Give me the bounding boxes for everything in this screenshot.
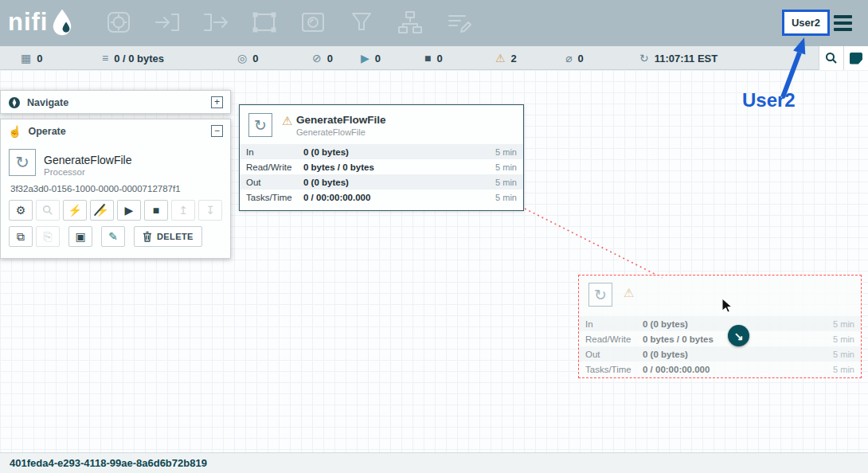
disabled-count: 0: [577, 53, 583, 64]
collapse-operate-button[interactable]: −: [211, 125, 223, 137]
processor-icon[interactable]: [104, 6, 134, 38]
stopped-indicator: ■ 0: [424, 46, 443, 70]
search-related-button[interactable]: [36, 200, 60, 221]
table-row: Out 0 (0 bytes) 5 min: [579, 346, 861, 362]
transmitting-indicator: ◎ 0: [237, 46, 258, 70]
not-transmitting-count: 0: [327, 53, 333, 64]
group-button[interactable]: ▣: [68, 226, 92, 247]
not-transmitting-indicator: ⊘ 0: [312, 46, 333, 70]
stop-icon: ■: [153, 204, 159, 217]
running-indicator: ▶ 0: [361, 46, 381, 70]
output-port-icon[interactable]: [201, 6, 231, 38]
warning-icon: ⚠: [282, 115, 292, 127]
flow-canvas[interactable]: Navigate + ☝ Operate − ↻ GenerateFlowFil…: [0, 70, 868, 452]
stat-window: 5 min: [833, 365, 854, 374]
queue-list-icon: ≡: [102, 53, 108, 64]
table-row: Tasks/Time 0 / 00:00:00.000 5 min: [240, 190, 523, 205]
processor-glyph-icon: ↻: [15, 153, 29, 172]
enable-button[interactable]: ⚡: [63, 200, 87, 221]
remote-process-group-icon[interactable]: [298, 6, 328, 38]
stat-value: 0 / 00:00:00.000: [303, 193, 495, 202]
queued-count: 0 / 0 bytes: [114, 53, 164, 64]
search-button[interactable]: [819, 46, 843, 70]
download-icon: ↧: [205, 204, 215, 217]
upload-icon: ↥: [178, 204, 188, 217]
delete-label: DELETE: [157, 232, 194, 241]
navigate-title: Navigate: [27, 97, 205, 108]
template-icon[interactable]: [395, 6, 425, 38]
stat-label: Tasks/Time: [246, 193, 303, 202]
delete-button[interactable]: DELETE: [134, 226, 202, 247]
global-menu-button[interactable]: [834, 15, 852, 31]
table-row: In 0 (0 bytes) 5 min: [579, 316, 861, 331]
start-button[interactable]: ▶: [117, 200, 141, 221]
table-row: Out 0 (0 bytes) 5 min: [240, 174, 523, 190]
selected-component-id: 3f32a3d0-0156-1000-0000-0000712787f1: [10, 184, 181, 194]
input-port-icon[interactable]: [152, 6, 182, 38]
disabled-icon: ⌀: [565, 53, 572, 64]
processor-glyph-icon: ↻: [594, 286, 607, 304]
brush-icon: ✎: [108, 230, 118, 243]
fill-color-button[interactable]: ✎: [101, 226, 125, 247]
stat-window: 5 min: [833, 319, 854, 329]
stat-window: 5 min: [833, 334, 854, 344]
drop-indicator-icon: ↘: [728, 325, 749, 346]
upload-template-button[interactable]: ↥: [171, 200, 195, 221]
footer: 401feda4-e293-4118-99ae-8a6d6b72b819: [0, 452, 868, 473]
selected-component-type: Processor: [44, 167, 85, 177]
table-row: Tasks/Time 0 / 00:00:00.000 5 min: [579, 362, 861, 377]
operate-title: Operate: [28, 126, 205, 137]
nifi-droplet-icon: [50, 8, 74, 37]
copy-button[interactable]: ⧉: [9, 226, 33, 247]
expand-navigate-button[interactable]: +: [211, 96, 223, 108]
stat-value: 0 / 00:00:00.000: [643, 365, 833, 374]
mouse-cursor-icon: [721, 298, 733, 314]
stat-value: 0 bytes / 0 bytes: [303, 162, 495, 172]
south-east-arrow-icon: ↘: [734, 330, 744, 342]
flow-id: 401feda4-e293-4118-99ae-8a6d6b72b819: [10, 457, 207, 469]
bulletin-board-button[interactable]: [843, 46, 868, 70]
stat-value: 0 (0 bytes): [643, 350, 833, 359]
stat-label: In: [585, 319, 643, 329]
operate-header: ☝ Operate −: [1, 119, 230, 143]
transmitting-icon: ◎: [237, 53, 247, 64]
threads-grid-icon: ▦: [21, 53, 31, 64]
label-icon[interactable]: [444, 6, 474, 38]
table-row: Read/Write 0 bytes / 0 bytes 5 min: [240, 159, 523, 174]
current-user-button[interactable]: User2: [782, 10, 830, 36]
stat-window: 5 min: [833, 350, 854, 359]
lightning-slash-icon: ⚡: [95, 204, 108, 217]
paste-button[interactable]: ⎘: [36, 226, 60, 247]
operate-button-row-1: ⚙ ⚡ ⚡ ▶ ■ ↥ ↧: [9, 200, 225, 221]
settings-button[interactable]: ⚙: [9, 200, 33, 221]
refresh-icon[interactable]: ↻: [639, 53, 649, 64]
operate-panel: ☝ Operate − ↻ GenerateFlowFile Processor…: [0, 119, 231, 259]
create-template-button[interactable]: ↧: [198, 200, 222, 221]
stop-button[interactable]: ■: [144, 200, 168, 221]
processor-generateflowfile[interactable]: ↻ ⚠ GenerateFlowFile GenerateFlowFile In…: [239, 104, 524, 211]
selected-component-name: GenerateFlowFile: [44, 154, 132, 166]
logo-text: nifi: [8, 6, 49, 38]
play-icon: ▶: [125, 204, 134, 217]
processor-name: GenerateFlowFile: [296, 114, 386, 126]
processor-header: ↻ ⚠: [579, 276, 861, 316]
processor-drag-copy[interactable]: ↻ ⚠ In 0 (0 bytes) 5 min Read/Write 0 by…: [578, 275, 862, 378]
funnel-icon[interactable]: [346, 6, 377, 38]
process-group-icon[interactable]: [249, 6, 280, 38]
disabled-indicator: ⌀ 0: [565, 46, 584, 70]
stat-label: Out: [585, 350, 643, 359]
copy-icon: ⧉: [17, 230, 25, 244]
last-refresh[interactable]: ↻ 11:07:11 EST: [639, 46, 717, 70]
status-bar: ▦ 0 ≡ 0 / 0 bytes ◎ 0 ⊘ 0 ▶ 0 ■ 0 ⚠ 2 ⌀ …: [0, 46, 868, 70]
nifi-logo: nifi: [8, 6, 74, 38]
disable-button[interactable]: ⚡: [90, 200, 114, 221]
stat-label: In: [246, 147, 303, 157]
selected-processor-icon-box: ↻: [9, 149, 36, 176]
menu-bar: [834, 15, 852, 18]
transmitting-count: 0: [252, 53, 258, 64]
processor-icon-box: ↻: [248, 113, 272, 137]
stat-window: 5 min: [495, 162, 517, 172]
stat-window: 5 min: [495, 147, 517, 157]
search-icon: [825, 52, 838, 64]
processor-stats: In 0 (0 bytes) 5 min Read/Write 0 bytes …: [240, 144, 523, 205]
